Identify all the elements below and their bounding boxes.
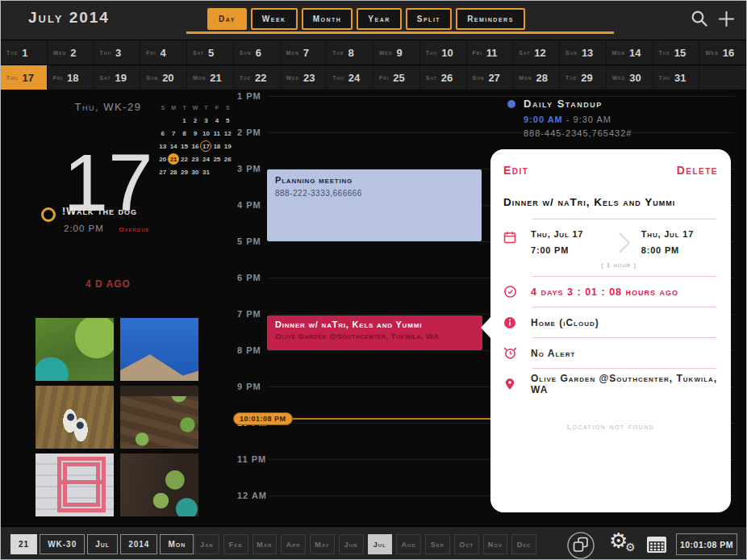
month-button-sep[interactable]: Sep — [425, 534, 450, 554]
date-cell-31[interactable]: Thu31 — [653, 65, 700, 90]
date-cell-9[interactable]: Wed9 — [374, 40, 420, 65]
date-cell-24[interactable]: Thu24 — [327, 65, 374, 90]
date-cell-number: 13 — [582, 47, 593, 59]
date-cell-number: 21 — [210, 72, 221, 84]
date-cell-dow: Sat — [100, 75, 111, 81]
month-button-dec[interactable]: Dec — [511, 534, 536, 554]
popover-dates-row: Thu, Jul 17 7:00 PM Thu, Jul 17 8:00 PM — [503, 229, 718, 261]
tab-week[interactable]: Week — [251, 8, 298, 30]
date-cell-number: 10 — [441, 47, 453, 59]
date-cell-27[interactable]: Sun27 — [467, 65, 514, 90]
alert-row[interactable]: No Alert — [503, 338, 718, 368]
event-dinner[interactable]: Dinner w/ naTri, Kels and Yummi Olive Ga… — [267, 316, 482, 350]
date-cell-dow: Sat — [193, 50, 204, 56]
date-cell-number: 8 — [348, 47, 353, 59]
date-cell-22[interactable]: Tue22 — [234, 65, 281, 90]
start-time: 7:00 PM — [531, 245, 607, 255]
month-button-feb[interactable]: Feb — [223, 534, 248, 554]
date-cell-7[interactable]: Mon7 — [281, 40, 328, 65]
month-button-may[interactable]: May — [310, 534, 335, 554]
month-button-jul[interactable]: Jul — [368, 534, 393, 554]
date-cell-dow: Sat — [519, 50, 530, 56]
allday-start: 9:00 AM — [524, 115, 563, 124]
month-button-mar[interactable]: Mar — [252, 534, 278, 554]
calendar-name-row[interactable]: Home (iCloud) — [503, 307, 718, 337]
date-cell-5[interactable]: Sat5 — [187, 40, 234, 65]
year-button[interactable]: 2014 — [120, 534, 157, 554]
date-cell-29[interactable]: Tue29 — [560, 65, 607, 90]
date-cell-number: 7 — [303, 47, 309, 59]
date-cell-number: 19 — [115, 72, 126, 84]
month-button-aug[interactable]: Aug — [396, 534, 421, 554]
page-title: July 2014 — [28, 9, 110, 27]
event-detail: 888-222-3333,666666 — [275, 189, 474, 198]
time-ago-row: 4 days 3 : 01 : 08 hours ago — [503, 277, 718, 307]
date-cell-19[interactable]: Sat19 — [94, 65, 141, 90]
event-planning-meeting[interactable]: Planning meeting 888-222-3333,666666 — [267, 169, 482, 241]
date-cell-15[interactable]: Tue15 — [653, 40, 700, 65]
date-cell-11[interactable]: Fri11 — [467, 40, 514, 65]
month-button-oct[interactable]: Oct — [454, 534, 479, 554]
event-title: Dinner w/ naTri, Kels and Yummi — [275, 320, 474, 329]
add-event-button[interactable] — [718, 10, 735, 27]
date-cell-13[interactable]: Sun13 — [560, 40, 607, 65]
date-strip-row-2: Thu17Fri18Sat19Sun20Mon21Tue22Wed23Thu24… — [1, 65, 746, 90]
current-time-badge: 10:01:08 PM — [233, 412, 293, 425]
date-cell-20[interactable]: Sun20 — [140, 65, 187, 90]
tab-year[interactable]: Year — [357, 8, 401, 30]
tab-month[interactable]: Month — [302, 8, 353, 30]
allday-event-daily-standup[interactable]: Daily Standup 9:00 AM - 9:30 AM 888-445-… — [507, 98, 632, 138]
popover-arrow — [481, 316, 491, 339]
date-cell-28[interactable]: Mon28 — [513, 65, 560, 90]
chevron-right-icon — [607, 229, 641, 261]
calendar-date-icon — [503, 229, 531, 261]
tab-day[interactable]: Day — [207, 8, 247, 30]
popover-event-title: Dinner w/ naTri, Kels and Yummi — [503, 196, 718, 208]
settings-gears-icon[interactable]: ⚙ ⚙ — [609, 530, 641, 558]
month-button[interactable]: Jul — [87, 534, 118, 554]
date-cell-12[interactable]: Sat12 — [513, 40, 560, 65]
date-cell-25[interactable]: Fri25 — [374, 65, 420, 90]
date-cell-10[interactable]: Thu10 — [420, 40, 467, 65]
date-cell-dow: Fri — [53, 75, 63, 81]
month-button-jan[interactable]: Jan — [194, 534, 219, 554]
hour-label: 11 PM — [237, 454, 266, 464]
delete-button[interactable]: Delete — [677, 164, 718, 177]
month-button-apr[interactable]: Apr — [281, 534, 306, 554]
date-cell-dow: Mon — [519, 75, 532, 81]
weekday-button[interactable]: Mon — [160, 534, 194, 554]
allday-event-time: 9:00 AM - 9:30 AM — [524, 115, 632, 124]
date-cell-6[interactable]: Sun6 — [234, 40, 281, 65]
date-cell-17[interactable]: Thu17 — [1, 65, 48, 90]
copy-icon[interactable] — [565, 530, 596, 560]
edit-button[interactable]: Edit — [503, 164, 528, 177]
week-button[interactable]: WK-30 — [40, 534, 85, 554]
tab-reminders[interactable]: Reminders — [456, 8, 525, 30]
end-time: 8:00 PM — [641, 245, 718, 255]
hour-label: 1 PM — [237, 91, 261, 101]
tab-split[interactable]: Split — [406, 8, 452, 30]
date-cell-number: 16 — [723, 47, 734, 59]
date-cell-2[interactable]: Wed2 — [48, 40, 94, 65]
location-pin-icon — [503, 378, 531, 391]
date-cell-23[interactable]: Wed23 — [281, 65, 328, 90]
date-cell-4[interactable]: Fri4 — [140, 40, 187, 65]
today-day-button[interactable]: 21 — [10, 534, 37, 554]
date-cell-1[interactable]: Tue1 — [1, 40, 48, 65]
date-cell-8[interactable]: Tue8 — [327, 40, 374, 65]
month-button-jun[interactable]: Jun — [339, 534, 364, 554]
calendar-grid-icon[interactable] — [646, 534, 667, 554]
date-cell-14[interactable]: Mon14 — [607, 40, 653, 65]
date-cell-21[interactable]: Mon21 — [187, 65, 234, 90]
date-cell-26[interactable]: Sat26 — [420, 65, 467, 90]
search-icon[interactable] — [690, 9, 709, 28]
hour-label: 9 PM — [237, 382, 261, 391]
allday-event-title: Daily Standup — [524, 98, 632, 110]
date-cell-3[interactable]: Thu3 — [94, 40, 141, 65]
date-cell-16[interactable]: Wed16 — [699, 40, 746, 65]
date-cell-18[interactable]: Fri18 — [48, 65, 94, 90]
date-strip: Tue1Wed2Thu3Fri4Sat5Sun6Mon7Tue8Wed9Thu1… — [1, 40, 746, 90]
location-row[interactable]: Olive Garden @Southcenter, Tukwila, WA — [503, 369, 718, 399]
month-button-nov[interactable]: Nov — [483, 534, 508, 554]
date-cell-30[interactable]: Wed30 — [607, 65, 653, 90]
